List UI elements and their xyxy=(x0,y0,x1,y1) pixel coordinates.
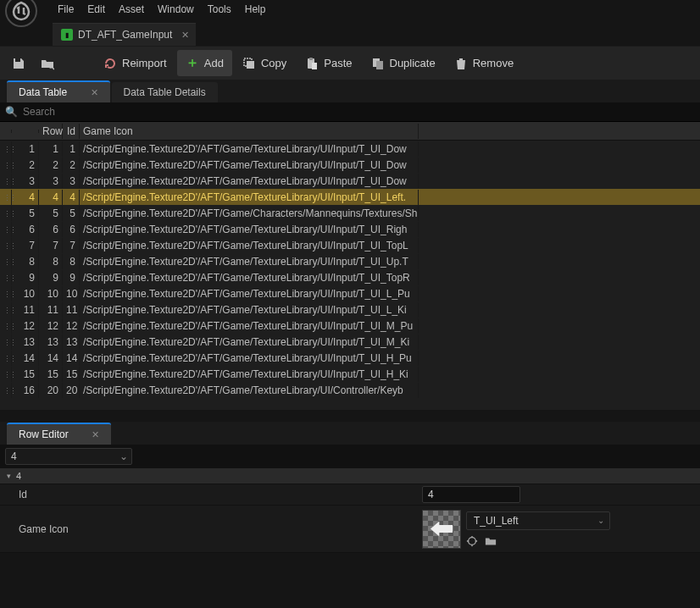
row-section-header[interactable]: ▾ 4 xyxy=(0,468,700,484)
table-row[interactable]: 444/Script/Engine.Texture2D'/AFT/Game/Te… xyxy=(0,189,700,205)
property-label: Id xyxy=(0,489,422,500)
table-row[interactable]: 151515/Script/Engine.Texture2D'/AFT/Game… xyxy=(0,366,700,382)
browse-to-asset-icon[interactable] xyxy=(485,535,497,547)
row-select-dropdown[interactable]: 4 ⌄ xyxy=(5,448,132,465)
drag-handle-icon[interactable] xyxy=(0,206,12,221)
id-field[interactable] xyxy=(422,486,520,503)
document-tab[interactable]: DT_AFT_GameInput ✕ xyxy=(53,23,196,46)
drag-handle-icon[interactable] xyxy=(0,286,12,301)
document-tab-bar: DT_AFT_GameInput ✕ xyxy=(0,19,700,46)
drag-handle-icon[interactable] xyxy=(0,334,12,350)
search-icon: 🔍 xyxy=(5,106,18,118)
table-header: Row Id Game Icon xyxy=(0,122,700,141)
menu-bar: FileEditAssetWindowToolsHelp xyxy=(0,0,700,19)
svg-rect-4 xyxy=(309,58,313,60)
svg-rect-2 xyxy=(247,61,254,69)
table-row[interactable]: 141414/Script/Engine.Texture2D'/AFT/Game… xyxy=(0,350,700,366)
svg-rect-5 xyxy=(312,63,317,69)
drag-handle-icon[interactable] xyxy=(0,351,12,366)
menu-asset[interactable]: Asset xyxy=(112,2,151,17)
table-row[interactable]: 101010/Script/Engine.Texture2D'/AFT/Game… xyxy=(0,285,700,301)
property-label: Game Icon xyxy=(0,523,422,535)
svg-point-8 xyxy=(469,537,476,544)
table-row[interactable]: 888/Script/Engine.Texture2D'/AFT/Game/Te… xyxy=(0,253,700,269)
paste-button[interactable]: Paste xyxy=(297,53,360,75)
datatable-icon xyxy=(61,29,73,41)
drag-handle-icon[interactable] xyxy=(0,254,12,269)
close-icon[interactable]: ✕ xyxy=(181,30,189,41)
header-game-icon[interactable]: Game Icon xyxy=(80,124,419,139)
search-input[interactable] xyxy=(23,106,695,118)
table-row[interactable]: 162020/Script/Engine.Texture2D'/AFT/Game… xyxy=(0,382,700,398)
row-selector-bar: 4 ⌄ xyxy=(0,445,700,468)
chevron-down-icon: ⌄ xyxy=(597,516,604,525)
row-editor-tabs: Row Editor ✕ xyxy=(0,422,700,445)
drag-handle-icon[interactable] xyxy=(0,302,12,318)
property-game-icon-row: Game Icon T_UI_Left ⌄ xyxy=(0,506,700,553)
chevron-down-icon: ⌄ xyxy=(119,450,128,462)
collapse-icon: ▾ xyxy=(7,472,11,480)
panel-tabs: Data Table ✕ Data Table Details xyxy=(0,80,700,102)
table-row[interactable]: 111111/Script/Engine.Texture2D'/AFT/Game… xyxy=(0,301,700,318)
tab-data-table[interactable]: Data Table ✕ xyxy=(7,80,110,102)
header-row[interactable]: Row xyxy=(39,124,63,139)
header-id[interactable]: Id xyxy=(63,124,80,139)
table-row[interactable]: 111/Script/Engine.Texture2D'/AFT/Game/Te… xyxy=(0,141,700,157)
table-row[interactable]: 222/Script/Engine.Texture2D'/AFT/Game/Te… xyxy=(0,157,700,173)
property-id-row: Id xyxy=(0,484,700,506)
drag-handle-icon[interactable] xyxy=(0,270,12,285)
left-arrow-icon xyxy=(431,522,453,537)
drag-handle-icon[interactable] xyxy=(0,190,12,205)
document-tab-title: DT_AFT_GameInput xyxy=(78,29,172,41)
duplicate-button[interactable]: Duplicate xyxy=(363,53,444,75)
empty-area xyxy=(0,553,700,587)
asset-dropdown[interactable]: T_UI_Left ⌄ xyxy=(466,511,610,530)
drag-handle-icon[interactable] xyxy=(0,174,12,189)
drag-handle-icon[interactable] xyxy=(0,141,12,157)
close-icon[interactable]: ✕ xyxy=(92,429,99,439)
plus-icon: ＋ xyxy=(186,54,199,72)
menu-tools[interactable]: Tools xyxy=(201,2,238,17)
texture-thumbnail[interactable] xyxy=(422,510,461,549)
menu-window[interactable]: Window xyxy=(151,2,201,17)
drag-handle-icon[interactable] xyxy=(0,158,12,173)
copy-button[interactable]: Copy xyxy=(234,53,295,75)
browse-button[interactable] xyxy=(34,53,61,75)
remove-button[interactable]: Remove xyxy=(446,53,522,75)
table-row[interactable]: 131313/Script/Engine.Texture2D'/AFT/Game… xyxy=(0,334,700,350)
drag-handle-icon[interactable] xyxy=(0,238,12,253)
search-bar: 🔍 xyxy=(0,102,700,122)
save-button[interactable] xyxy=(5,53,32,75)
svg-rect-7 xyxy=(376,61,383,69)
reimport-button[interactable]: Reimport xyxy=(95,53,175,75)
data-table: Row Id Game Icon 111/Script/Engine.Textu… xyxy=(0,122,700,410)
table-row[interactable]: 121212/Script/Engine.Texture2D'/AFT/Game… xyxy=(0,318,700,334)
table-row[interactable]: 777/Script/Engine.Texture2D'/AFT/Game/Te… xyxy=(0,237,700,253)
drag-handle-icon[interactable] xyxy=(0,367,12,382)
tab-data-table-details[interactable]: Data Table Details xyxy=(112,82,218,102)
use-selected-icon[interactable] xyxy=(466,535,478,547)
table-row[interactable]: 333/Script/Engine.Texture2D'/AFT/Game/Te… xyxy=(0,173,700,189)
menu-file[interactable]: File xyxy=(51,2,81,17)
drag-handle-icon[interactable] xyxy=(0,383,12,398)
tab-row-editor[interactable]: Row Editor ✕ xyxy=(7,423,111,445)
table-row[interactable]: 999/Script/Engine.Texture2D'/AFT/Game/Te… xyxy=(0,269,700,285)
toolbar: Reimport ＋ Add Copy Paste Duplicate Remo… xyxy=(0,46,700,80)
table-row[interactable]: 666/Script/Engine.Texture2D'/AFT/Game/Te… xyxy=(0,221,700,237)
drag-handle-icon[interactable] xyxy=(0,222,12,237)
add-button[interactable]: ＋ Add xyxy=(177,50,232,76)
drag-handle-icon[interactable] xyxy=(0,318,12,334)
menu-edit[interactable]: Edit xyxy=(81,2,112,17)
menu-help[interactable]: Help xyxy=(238,2,273,17)
table-row[interactable]: 555/Script/Engine.Texture2D'/AFT/Game/Ch… xyxy=(0,205,700,221)
close-icon[interactable]: ✕ xyxy=(91,87,98,97)
